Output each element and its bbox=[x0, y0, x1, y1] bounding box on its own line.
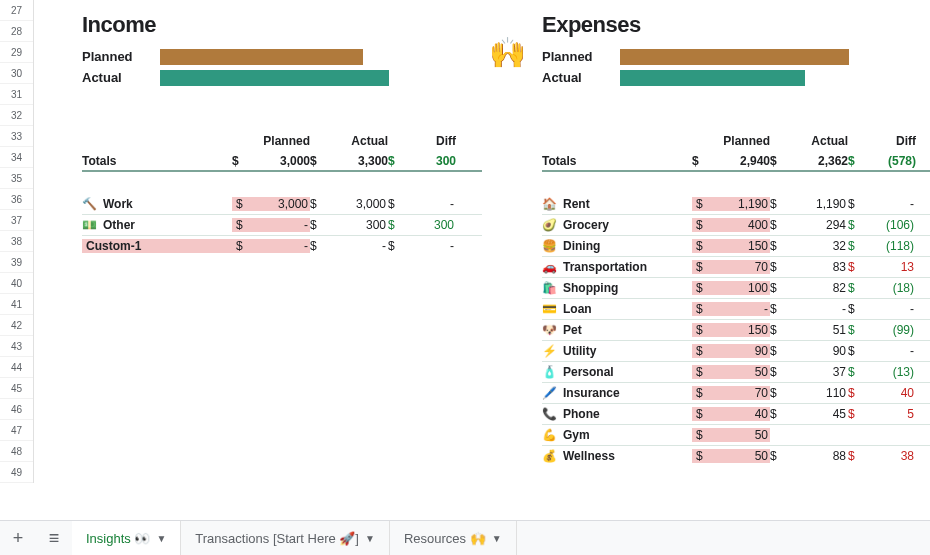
planned-amount[interactable]: 40 bbox=[710, 407, 770, 421]
planned-amount[interactable]: 50 bbox=[710, 449, 770, 463]
row-header[interactable]: 28 bbox=[0, 21, 33, 42]
category-name: Shopping bbox=[563, 281, 618, 295]
currency-symbol: $ bbox=[388, 239, 406, 253]
actual-amount: - bbox=[788, 302, 848, 316]
row-header[interactable]: 33 bbox=[0, 126, 33, 147]
row-header[interactable]: 27 bbox=[0, 0, 33, 21]
actual-amount: 300 bbox=[328, 218, 388, 232]
table-row[interactable]: 🥑Grocery$400$294$(106) bbox=[542, 214, 930, 235]
row-header[interactable]: 30 bbox=[0, 63, 33, 84]
row-header[interactable]: 32 bbox=[0, 105, 33, 126]
expenses-totals-actual: 2,362 bbox=[788, 154, 848, 168]
table-row[interactable]: ⚡Utility$90$90$- bbox=[542, 340, 930, 361]
row-header[interactable]: 41 bbox=[0, 294, 33, 315]
table-row[interactable]: 📞Phone$40$45$5 bbox=[542, 403, 930, 424]
table-row[interactable]: 🧴Personal$50$37$(13) bbox=[542, 361, 930, 382]
row-header[interactable]: 40 bbox=[0, 273, 33, 294]
row-header[interactable]: 34 bbox=[0, 147, 33, 168]
currency-symbol: $ bbox=[770, 323, 788, 337]
table-row[interactable]: 🛍️Shopping$100$82$(18) bbox=[542, 277, 930, 298]
row-header[interactable]: 42 bbox=[0, 315, 33, 336]
row-header[interactable]: 47 bbox=[0, 420, 33, 441]
currency-symbol: $ bbox=[388, 218, 406, 232]
planned-amount[interactable]: 50 bbox=[710, 365, 770, 379]
row-header[interactable]: 31 bbox=[0, 84, 33, 105]
category-cell: 📞Phone bbox=[542, 407, 692, 421]
planned-amount[interactable]: - bbox=[250, 239, 310, 253]
table-row[interactable]: 🐶Pet$150$51$(99) bbox=[542, 319, 930, 340]
category-icon: 💳 bbox=[542, 302, 557, 316]
category-name: Work bbox=[103, 197, 133, 211]
income-col-diff: Diff bbox=[406, 134, 456, 148]
table-row[interactable]: 💪Gym$50 bbox=[542, 424, 930, 445]
table-row[interactable]: 💳Loan$-$-$- bbox=[542, 298, 930, 319]
planned-amount[interactable]: 90 bbox=[710, 344, 770, 358]
currency-symbol: $ bbox=[692, 197, 710, 211]
planned-amount[interactable]: - bbox=[250, 218, 310, 232]
row-header[interactable]: 38 bbox=[0, 231, 33, 252]
category-icon: 🖊️ bbox=[542, 386, 557, 400]
currency-symbol: $ bbox=[770, 281, 788, 295]
row-header[interactable]: 48 bbox=[0, 441, 33, 462]
table-row[interactable]: 🔨Work$3,000$3,000$- bbox=[82, 193, 482, 214]
currency-symbol: $ bbox=[848, 386, 866, 400]
planned-amount[interactable]: 400 bbox=[710, 218, 770, 232]
category-name: Other bbox=[103, 218, 135, 232]
planned-amount[interactable]: 3,000 bbox=[250, 197, 310, 211]
row-header[interactable]: 46 bbox=[0, 399, 33, 420]
diff-amount: 40 bbox=[866, 386, 916, 400]
row-header[interactable]: 37 bbox=[0, 210, 33, 231]
category-icon: ⚡ bbox=[542, 344, 557, 358]
row-header[interactable]: 29 bbox=[0, 42, 33, 63]
planned-amount[interactable]: 70 bbox=[710, 260, 770, 274]
expenses-section: Expenses Planned Actual 🙌 bbox=[542, 4, 930, 466]
category-name: Pet bbox=[563, 323, 582, 337]
planned-amount[interactable]: 50 bbox=[710, 428, 770, 442]
currency-symbol: $ bbox=[770, 407, 788, 421]
table-row[interactable]: 💵Other$-$300$300 bbox=[82, 214, 482, 235]
currency-symbol: $ bbox=[770, 239, 788, 253]
category-icon: 💰 bbox=[542, 449, 557, 463]
row-header[interactable]: 44 bbox=[0, 357, 33, 378]
row-header[interactable]: 43 bbox=[0, 336, 33, 357]
table-row[interactable]: 🏠Rent$1,190$1,190$- bbox=[542, 193, 930, 214]
row-header[interactable]: 36 bbox=[0, 189, 33, 210]
table-row[interactable]: 💰Wellness$50$88$38 bbox=[542, 445, 930, 466]
category-cell: 💳Loan bbox=[542, 302, 692, 316]
expenses-totals-label: Totals bbox=[542, 154, 692, 168]
currency-symbol: $ bbox=[692, 239, 710, 253]
currency-symbol: $ bbox=[848, 302, 866, 316]
category-cell: 💵Other bbox=[82, 218, 232, 232]
row-header[interactable]: 35 bbox=[0, 168, 33, 189]
currency-symbol: $ bbox=[692, 281, 710, 295]
row-header[interactable]: 49 bbox=[0, 462, 33, 483]
currency-symbol: $ bbox=[388, 197, 406, 211]
table-row[interactable]: Custom-1$-$-$- bbox=[82, 235, 482, 256]
currency-symbol: $ bbox=[692, 302, 710, 316]
actual-amount: 45 bbox=[788, 407, 848, 421]
planned-amount[interactable]: 1,190 bbox=[710, 197, 770, 211]
category-name: Utility bbox=[563, 344, 596, 358]
diff-amount: (118) bbox=[866, 239, 916, 253]
expenses-col-actual: Actual bbox=[788, 134, 848, 148]
actual-amount: - bbox=[328, 239, 388, 253]
currency-symbol: $ bbox=[692, 323, 710, 337]
table-row[interactable]: 🚗Transportation$70$83$13 bbox=[542, 256, 930, 277]
row-header[interactable]: 45 bbox=[0, 378, 33, 399]
planned-amount[interactable]: 70 bbox=[710, 386, 770, 400]
diff-amount: (106) bbox=[866, 218, 916, 232]
planned-amount[interactable]: 150 bbox=[710, 323, 770, 337]
diff-amount: (13) bbox=[866, 365, 916, 379]
grid-content: Income Planned Actual 🙌 bbox=[34, 0, 930, 466]
diff-amount: 38 bbox=[866, 449, 916, 463]
table-row[interactable]: 🍔Dining$150$32$(118) bbox=[542, 235, 930, 256]
table-row[interactable]: 🖊️Insurance$70$110$40 bbox=[542, 382, 930, 403]
row-header[interactable]: 39 bbox=[0, 252, 33, 273]
income-totals-label: Totals bbox=[82, 154, 232, 168]
planned-amount[interactable]: 150 bbox=[710, 239, 770, 253]
currency-symbol: $ bbox=[848, 281, 866, 295]
planned-amount[interactable]: - bbox=[710, 302, 770, 316]
actual-amount: 82 bbox=[788, 281, 848, 295]
planned-amount[interactable]: 100 bbox=[710, 281, 770, 295]
actual-amount: 90 bbox=[788, 344, 848, 358]
